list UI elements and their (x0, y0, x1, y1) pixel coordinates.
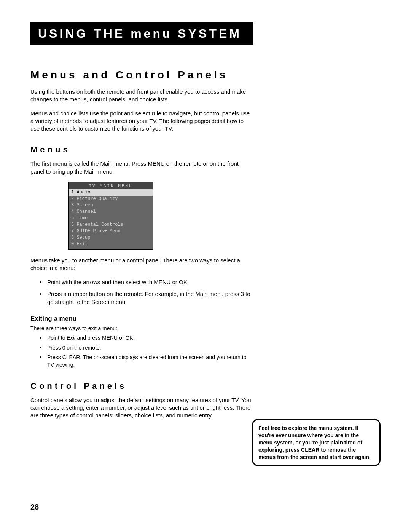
tv-menu-row: 5 Time (69, 215, 153, 222)
tv-menu-row: 7 GUIDE Plus+ Menu (69, 228, 153, 235)
subsection-menus: Menus (30, 145, 253, 155)
chapter-title-text: USING THE menu SYSTEM (38, 27, 242, 40)
tip-text: Feel free to explore the menu system. If… (258, 425, 371, 460)
list-item: Press CLEAR. The on-screen displays are … (40, 354, 253, 369)
tv-menu-row: 0 Exit (69, 241, 153, 249)
body-column: Using the buttons on both the remote and… (30, 88, 253, 419)
tip-callout-box: Feel free to explore the menu system. If… (252, 419, 381, 466)
list-item: Press a number button on the remote. For… (40, 290, 253, 306)
exiting-block: Exiting a menu There are three ways to e… (30, 315, 253, 369)
tv-menu-row: 8 Setup (69, 235, 153, 241)
subsubsection-exiting: Exiting a menu (30, 315, 253, 323)
page: USING THE menu SYSTEM Menus and Control … (0, 0, 411, 532)
exit-bullet-list: Point to Exit and press MENU or OK.Press… (30, 334, 253, 369)
intro-paragraph-1: Using the buttons on both the remote and… (30, 88, 253, 104)
tv-menu-row: 4 Channel (69, 209, 153, 215)
tv-menu-row: 3 Screen (69, 202, 153, 209)
page-number: 28 (30, 503, 39, 511)
control-panels-paragraph: Control panels allow you to adjust the d… (30, 396, 253, 420)
menus-paragraph-1: The first menu is called the Main menu. … (30, 160, 253, 176)
chapter-title-bar: USING THE menu SYSTEM (30, 22, 253, 45)
tv-menu-row: 1 Audio (69, 189, 153, 196)
intro-paragraph-2: Menus and choice lists use the point and… (30, 110, 253, 133)
list-item: Press 0 on the remote. (40, 344, 253, 352)
list-item: Point to Exit and press MENU or OK. (40, 334, 253, 342)
list-item: Point with the arrows and then select wi… (40, 278, 253, 286)
subsection-control-panels: Control Panels (30, 381, 253, 391)
tv-menu-title: TV MAIN MENU (69, 182, 153, 189)
tv-main-menu-screenshot: TV MAIN MENU 1 Audio2 Picture Quality3 S… (68, 182, 153, 250)
menus-paragraph-2: Menus take you to another menu or a cont… (30, 257, 253, 272)
section-heading: Menus and Control Panels (30, 69, 381, 81)
menus-bullet-list: Point with the arrows and then select wi… (30, 278, 253, 306)
tv-menu-row: 6 Parental Controls (69, 222, 153, 228)
tv-menu-row: 2 Picture Quality (69, 196, 153, 202)
exit-paragraph: There are three ways to exit a menu: (30, 325, 253, 332)
